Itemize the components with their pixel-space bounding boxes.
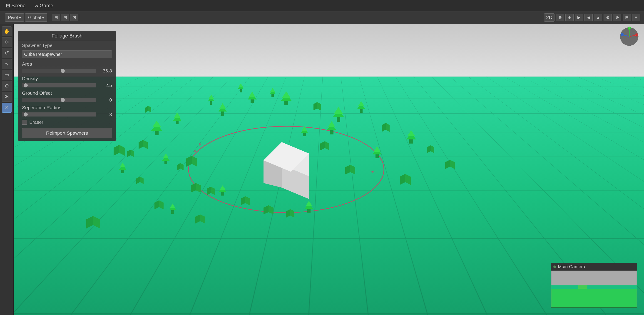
pivot-group: Pivot ▾ Global ▾ <box>4 14 49 22</box>
tool-custom1[interactable]: ✱ <box>2 92 12 102</box>
pivot-dropdown-icon: ▾ <box>19 15 21 20</box>
left-toolbar: ✋ ✥ ↺ ⤡ ▭ ⊕ ✱ ✕ <box>0 24 14 315</box>
toolbar-right: 2D ⊕ ◈ ▶ ◀ ▲ ⚙ ⊕ ⊞ ≡ <box>544 14 640 22</box>
eraser-label: Eraser <box>29 120 59 125</box>
spawner-type-select[interactable]: CubeTreeSpawner <box>22 50 112 58</box>
toolbar-icon-7[interactable]: ⊕ <box>613 14 621 21</box>
eraser-row: Eraser <box>18 118 116 126</box>
svg-text:Y: Y <box>628 27 630 29</box>
game-icon: ∞ <box>35 3 38 8</box>
game-label: Game <box>40 3 53 8</box>
separation-slider-row: 3 <box>18 111 116 118</box>
density-slider-row: 2.5 <box>18 82 116 89</box>
foliage-panel: Foliage Brush Spawner Type CubeTreeSpawn… <box>18 31 116 141</box>
toolbar-icon-8[interactable]: ⊞ <box>623 14 631 21</box>
tool-move[interactable]: ✥ <box>2 37 12 47</box>
area-slider-row: 36.8 <box>18 67 116 74</box>
main-camera-label: Main Camera <box>558 264 585 269</box>
tool-rotate[interactable]: ↺ <box>2 48 12 58</box>
foliage-panel-title: Foliage Brush <box>18 31 116 41</box>
ground-offset-label: Ground Offset <box>18 89 116 96</box>
main-camera-title-bar: Main Camera <box>551 263 637 271</box>
split-view-btn[interactable]: ⊠ <box>70 14 78 21</box>
tool-scale[interactable]: ⤡ <box>2 59 12 69</box>
ground-offset-value: 0 <box>98 97 112 103</box>
global-button[interactable]: Global ▾ <box>25 14 47 22</box>
toolbar-icon-4[interactable]: ◀ <box>584 14 593 21</box>
reimport-spawners-button[interactable]: Reimport Spawners <box>22 128 112 138</box>
tool-custom2[interactable]: ✕ <box>2 103 12 113</box>
svg-text:Z: Z <box>621 34 623 36</box>
menu-scene[interactable]: ⊞ Scene <box>4 2 28 10</box>
toolbar-icon-2[interactable]: ◈ <box>566 14 574 21</box>
grid-view-btn[interactable]: ⊞ <box>52 14 60 21</box>
spawner-type-select-row: CubeTreeSpawner <box>18 50 116 60</box>
main-content: ✋ ✥ ↺ ⤡ ▭ ⊕ ✱ ✕ <box>0 24 644 315</box>
separation-slider[interactable] <box>22 112 96 116</box>
toolbar: Pivot ▾ Global ▾ ⊞ ⊟ ⊠ 2D ⊕ ◈ ▶ ◀ ▲ ⚙ ⊕ … <box>0 11 644 24</box>
tool-rect[interactable]: ▭ <box>2 70 12 80</box>
toolbar-icon-1[interactable]: ⊕ <box>556 14 564 21</box>
density-value: 2.5 <box>98 83 112 88</box>
toolbar-icon-3[interactable]: ▶ <box>575 14 583 21</box>
svg-rect-146 <box>551 271 636 285</box>
scene-viewport[interactable]: X Y Z Foliage Brush Spawner Type CubeTre… <box>14 24 644 315</box>
area-value: 36.8 <box>98 68 112 74</box>
eraser-checkbox[interactable] <box>22 120 27 125</box>
scene-label: Scene <box>11 3 26 8</box>
toolbar-icon-5[interactable]: ▲ <box>594 14 602 21</box>
mode-2d-label: 2D <box>544 14 554 22</box>
density-label: Density <box>18 74 116 82</box>
camera-preview <box>551 271 637 308</box>
area-label: Area <box>18 60 116 67</box>
pivot-button[interactable]: Pivot ▾ <box>5 14 24 22</box>
area-slider[interactable] <box>22 69 96 73</box>
spawner-type-label: Spawner Type <box>22 43 52 48</box>
svg-text:X: X <box>635 34 636 37</box>
tool-transform[interactable]: ⊕ <box>2 81 12 91</box>
ground-offset-slider[interactable] <box>22 98 96 102</box>
orientation-gizmo: X Y Z <box>619 26 640 47</box>
menu-bar: ⊞ Scene ∞ Game <box>0 0 644 11</box>
tool-hand[interactable]: ✋ <box>2 26 12 36</box>
global-dropdown-icon: ▾ <box>42 15 44 20</box>
separation-value: 3 <box>98 112 112 117</box>
toolbar-icon-9[interactable]: ≡ <box>632 14 640 21</box>
global-label: Global <box>28 15 41 20</box>
density-slider[interactable] <box>22 83 96 88</box>
pivot-label: Pivot <box>8 15 18 20</box>
main-camera-view: Main Camera <box>551 263 637 308</box>
menu-game[interactable]: ∞ Game <box>32 2 56 10</box>
camera-status-dot <box>553 266 556 268</box>
list-view-btn[interactable]: ⊟ <box>61 14 69 21</box>
separation-radius-label: Seperation Radius <box>18 104 116 111</box>
ground-offset-slider-row: 0 <box>18 96 116 104</box>
spawner-type-row: Spawner Type <box>18 41 116 50</box>
scene-icon: ⊞ <box>6 3 10 8</box>
toolbar-icon-6[interactable]: ⚙ <box>604 14 612 21</box>
view-mode-group: ⊞ ⊟ ⊠ <box>51 14 80 21</box>
